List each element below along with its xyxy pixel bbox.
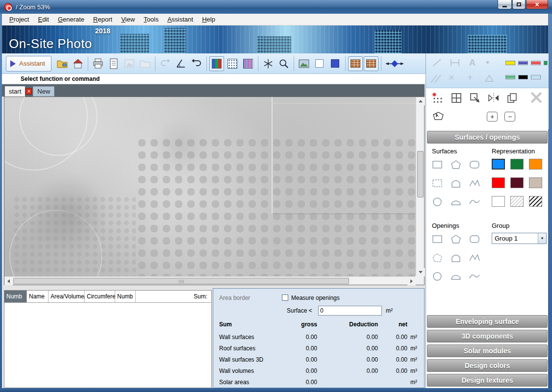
- texture-edit-button[interactable]: [364, 56, 378, 71]
- photo-canvas[interactable]: [4, 97, 416, 276]
- copy-icon[interactable]: [506, 92, 518, 104]
- dither-display-button[interactable]: [225, 56, 240, 71]
- scroll-right-button[interactable]: [407, 277, 416, 285]
- surface-shape-arch[interactable]: [448, 176, 464, 191]
- pen-color-lightblue[interactable]: [531, 75, 541, 79]
- row-label: Solar areas: [219, 379, 249, 386]
- reference-points-button[interactable]: [261, 56, 276, 71]
- solar-modules-button[interactable]: Solar modules: [427, 344, 548, 357]
- representation-color-red[interactable]: [492, 177, 505, 188]
- tab-start[interactable]: start: [5, 86, 25, 97]
- surface-shape-rounded-rect[interactable]: [466, 157, 483, 172]
- surface-shape-pentagon[interactable]: [448, 157, 464, 172]
- surfaces-openings-header[interactable]: Surfaces / openings: [427, 131, 548, 144]
- opening-shape-polygon[interactable]: [429, 250, 446, 265]
- pen-color-red[interactable]: [531, 61, 541, 65]
- vertical-scrollbar[interactable]: [416, 97, 424, 276]
- delete-x-icon[interactable]: [530, 91, 543, 104]
- menu-edit[interactable]: Edit: [33, 14, 53, 24]
- mirror-icon[interactable]: [488, 92, 500, 104]
- menu-report[interactable]: Report: [89, 14, 117, 24]
- surface-shape-polygon[interactable]: [429, 176, 446, 191]
- photo-view-button[interactable]: [297, 56, 311, 71]
- design-colors-button[interactable]: Design colors: [427, 359, 548, 372]
- opening-shape-wave[interactable]: [466, 269, 483, 284]
- representation-color-tan[interactable]: [529, 177, 542, 188]
- measure-line-button[interactable]: [384, 56, 405, 71]
- representation-hatch-dark[interactable]: [529, 196, 542, 207]
- representation-color-white[interactable]: [492, 196, 505, 207]
- angle-button[interactable]: [174, 56, 188, 71]
- report-button[interactable]: [106, 56, 121, 71]
- group-dropdown[interactable]: Group 1 ▼: [492, 233, 547, 244]
- scroll-down-button[interactable]: [416, 268, 425, 276]
- surface-shape-zigzag[interactable]: [466, 176, 483, 191]
- open-photo-button[interactable]: [55, 56, 70, 71]
- pen-color-blue[interactable]: [518, 61, 528, 65]
- opening-shape-zigzag[interactable]: [466, 250, 483, 265]
- 3d-components-button[interactable]: 3D components: [427, 330, 548, 343]
- select-shape-icon[interactable]: [432, 111, 445, 122]
- representation-color-maroon[interactable]: [510, 177, 524, 188]
- surface-shape-rect[interactable]: [429, 157, 446, 172]
- surface-shape-wave[interactable]: [466, 195, 483, 209]
- column-header-area[interactable]: Area/Volume/: [49, 291, 85, 302]
- close-tab-icon[interactable]: ×: [25, 88, 32, 95]
- maximize-button[interactable]: [512, 0, 526, 9]
- column-header-name[interactable]: Name: [27, 291, 49, 302]
- redo-button[interactable]: [189, 56, 204, 71]
- representation-color-blue[interactable]: [492, 159, 505, 170]
- assistant-button[interactable]: Assistant: [6, 56, 51, 72]
- opening-shape-arch[interactable]: [448, 250, 464, 265]
- print-button[interactable]: [91, 56, 105, 71]
- measure-openings-checkbox[interactable]: [282, 294, 288, 301]
- chevron-down-icon[interactable]: ▼: [538, 233, 546, 244]
- surface-shape-circle[interactable]: [429, 195, 446, 209]
- tab-new[interactable]: New: [33, 86, 54, 97]
- surface-input[interactable]: [318, 306, 382, 316]
- menu-view[interactable]: View: [117, 14, 139, 24]
- color-view-button[interactable]: [328, 56, 343, 71]
- surface-shape-dome[interactable]: [448, 195, 464, 209]
- zoom-in-button[interactable]: +: [487, 112, 498, 122]
- enveloping-surface-button[interactable]: Enveloping surface: [427, 315, 548, 328]
- horizontal-scroll-thumb[interactable]: [13, 278, 349, 284]
- opening-shape-rounded-rect[interactable]: [466, 232, 483, 246]
- window-grid-icon[interactable]: [451, 92, 462, 104]
- stripe-display-button[interactable]: [241, 56, 255, 71]
- horizontal-scrollbar[interactable]: [4, 276, 416, 285]
- pen-color-green[interactable]: [544, 61, 548, 65]
- menu-assistant[interactable]: Assistant: [163, 14, 198, 24]
- import-photo-button[interactable]: [71, 56, 85, 71]
- scroll-left-button[interactable]: [4, 277, 13, 285]
- opening-shape-circle[interactable]: [429, 269, 446, 284]
- minimize-button[interactable]: [498, 0, 512, 9]
- vertical-scroll-thumb[interactable]: [417, 151, 424, 197]
- column-header-numb[interactable]: Numb: [4, 291, 27, 302]
- zoom-tool-button[interactable]: [276, 56, 291, 71]
- column-header-circumference[interactable]: Circumfere: [85, 291, 115, 302]
- extract-shape-icon[interactable]: [469, 92, 481, 104]
- column-header-numb2[interactable]: Numb: [115, 291, 136, 302]
- scroll-up-button[interactable]: [416, 97, 425, 105]
- menu-generate[interactable]: Generate: [53, 14, 89, 24]
- opening-shape-pentagon[interactable]: [448, 232, 464, 246]
- pen-color-black[interactable]: [518, 75, 528, 79]
- menu-help[interactable]: Help: [198, 14, 220, 24]
- close-button[interactable]: ×: [526, 0, 548, 9]
- texture-view-button[interactable]: [348, 56, 363, 71]
- opening-shape-dome[interactable]: [448, 269, 464, 284]
- opening-shape-rect[interactable]: [429, 232, 446, 246]
- pen-color-green2[interactable]: [505, 75, 515, 79]
- zoom-out-button[interactable]: −: [504, 112, 515, 122]
- representation-color-orange[interactable]: [529, 159, 542, 170]
- design-textures-button[interactable]: Design textures: [427, 374, 548, 387]
- representation-hatch-light[interactable]: [510, 196, 524, 207]
- new-points-icon[interactable]: [432, 92, 444, 104]
- representation-color-green[interactable]: [510, 159, 524, 170]
- menu-tools[interactable]: Tools: [139, 14, 163, 24]
- color-display-button[interactable]: [209, 56, 224, 71]
- plain-view-button[interactable]: [312, 56, 327, 71]
- menu-project[interactable]: Project: [5, 14, 33, 24]
- pen-color-yellow[interactable]: [505, 61, 515, 65]
